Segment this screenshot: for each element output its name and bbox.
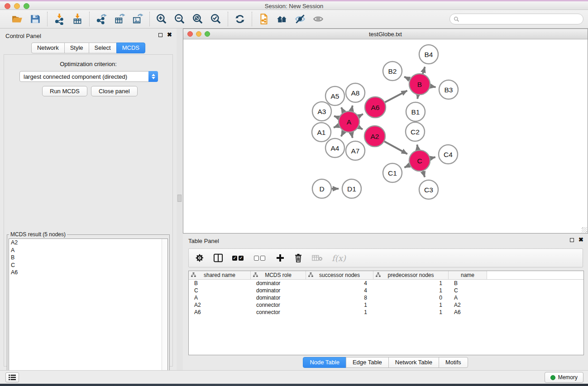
result-scrollbar[interactable] [162,239,167,386]
graph-node-D1[interactable]: D1 [342,179,361,198]
graph-edge-A-A3[interactable] [334,116,339,118]
graph-edge-C-C4[interactable] [430,157,435,158]
graph-node-A5[interactable]: A5 [325,86,344,105]
graph-edge-A-A7[interactable] [351,132,353,138]
close-table-panel-icon[interactable]: ✖ [578,238,583,242]
graph-node-B[interactable]: B [409,74,430,95]
function-builder-icon[interactable]: f(x) [332,251,346,265]
graph-node-B2[interactable]: B2 [383,62,402,81]
tab-edge-table[interactable]: Edge Table [346,357,389,368]
graph-node-A3[interactable]: A3 [312,102,331,121]
column-header-predecessor-nodes[interactable]: predecessor nodes [373,271,449,279]
table-row-a6[interactable]: A6connector11A6 [189,309,583,316]
graph-node-C3[interactable]: C3 [419,180,438,199]
network-canvas[interactable]: B4B2BB3A8A5A6A3B1AC2A1A2A4A7C4CC1DD1C3 [183,39,588,233]
delete-table-icon[interactable] [312,251,323,265]
graph-node-B3[interactable]: B3 [439,80,458,99]
graph-node-A1[interactable]: A1 [312,123,331,142]
graph-edge-C-C3[interactable] [423,171,425,177]
import-network-icon[interactable] [53,12,66,26]
table-row-b[interactable]: Bdominator41B [189,280,583,287]
divider-grip[interactable] [177,195,182,202]
result-item-a[interactable]: A [9,247,167,254]
task-history-button[interactable] [5,372,19,382]
export-table-icon[interactable] [113,12,126,26]
graph-node-D[interactable]: D [312,179,331,198]
import-table-icon[interactable] [71,12,84,26]
float-table-panel-icon[interactable] [570,238,574,242]
tab-network[interactable]: Network [31,43,65,53]
graph-edge-B-B4[interactable] [423,67,425,74]
show-graphics-details-icon[interactable] [311,12,325,26]
zoom-in-icon[interactable] [155,12,168,26]
export-image-icon[interactable] [131,12,144,26]
tab-select[interactable]: Select [89,43,117,53]
column-header-name[interactable]: name [449,271,487,279]
search-field[interactable] [449,14,583,24]
network-window-titlebar[interactable]: testGlobe.txt [183,29,588,39]
column-header-MCDS-role[interactable]: MCDS role [251,271,306,279]
graph-edge-A2-C[interactable] [384,141,407,154]
graph-node-C2[interactable]: C2 [406,122,425,141]
graph-node-C[interactable]: C [409,150,430,171]
graph-edge-C-C2[interactable] [417,145,418,150]
graph-node-B4[interactable]: B4 [419,45,438,64]
add-icon[interactable] [276,251,285,265]
export-network-icon[interactable] [95,12,108,26]
zoom-selected-icon[interactable] [209,12,223,26]
graph-node-C4[interactable]: C4 [439,145,458,164]
network-file-icon[interactable] [257,12,271,26]
zoom-out-icon[interactable] [173,12,186,26]
tab-network-table[interactable]: Network Table [388,357,439,368]
network-resize-grip[interactable] [582,227,587,233]
graph-edge-A6-B[interactable] [385,91,407,102]
table-settings-icon[interactable] [195,251,204,265]
graph-edge-B-B3[interactable] [430,86,436,87]
table-row-c[interactable]: Cdominator41C [189,287,583,294]
graph-edge-A-A1[interactable] [334,125,339,127]
column-header-successor-nodes[interactable]: successor nodes [306,271,373,279]
graph-node-A2[interactable]: A2 [364,126,385,147]
graph-node-B1[interactable]: B1 [406,102,425,121]
open-session-icon[interactable] [10,12,24,26]
search-input[interactable] [459,14,583,24]
tab-mcds[interactable]: MCDS [116,43,145,53]
tab-motifs[interactable]: Motifs [439,357,468,368]
deselect-all-icon[interactable] [254,251,267,265]
table-row-a2[interactable]: A2connector11A2 [189,301,583,309]
hide-graphics-details-icon[interactable] [293,12,307,26]
refresh-icon[interactable] [233,12,247,26]
graph-node-A8[interactable]: A8 [346,83,365,102]
tab-style[interactable]: Style [64,43,89,53]
graph-edge-A-A4[interactable] [341,131,344,136]
close-panel-icon[interactable]: ✖ [167,33,172,37]
graph-node-A4[interactable]: A4 [325,138,344,157]
select-all-icon[interactable]: ✓✓ [232,251,245,265]
graph-edge-B-B2[interactable] [404,77,410,80]
panel-divider[interactable] [177,29,183,370]
result-item-b[interactable]: B [9,254,167,262]
graph-edge-A-A2[interactable] [359,127,363,129]
result-item-a6[interactable]: A6 [9,269,167,276]
zoom-fit-icon[interactable] [191,12,205,26]
graph-node-C1[interactable]: C1 [383,163,402,182]
close-panel-button[interactable]: Close panel [91,86,138,96]
column-header-shared-name[interactable]: shared name [189,271,251,279]
graph-node-A[interactable]: A [339,111,359,132]
run-mcds-button[interactable]: Run MCDS [42,86,87,96]
memory-button[interactable]: Memory [545,372,583,383]
show-column-panel-icon[interactable] [213,251,223,265]
table-row-a[interactable]: Adominator80A [189,294,583,301]
result-item-c[interactable]: C [9,262,167,269]
graph-node-A6[interactable]: A6 [365,97,386,118]
graph-node-A7[interactable]: A7 [346,141,365,160]
optimization-criterion-select[interactable]: largest connected component (directed) [19,71,158,82]
graph-edge-B-B1[interactable] [417,95,418,99]
graph-edge-C-C1[interactable] [404,165,410,167]
home-icon[interactable] [275,12,289,26]
tab-node-table[interactable]: Node Table [303,357,346,368]
delete-icon[interactable] [294,251,303,265]
save-session-icon[interactable] [29,12,42,26]
node-table[interactable]: shared nameMCDS rolesuccessor nodesprede… [188,271,584,355]
graph-edge-A-A6[interactable] [359,114,363,116]
